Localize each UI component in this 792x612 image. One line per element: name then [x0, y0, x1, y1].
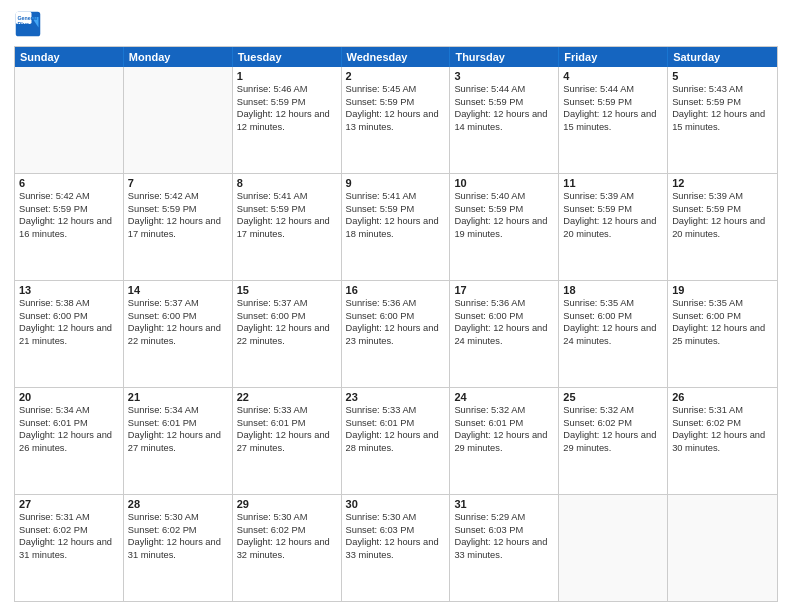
daylight-text: Daylight: 12 hours and 24 minutes. — [563, 322, 663, 347]
daylight-text: Daylight: 12 hours and 17 minutes. — [128, 215, 228, 240]
calendar-cell — [559, 495, 668, 601]
sunrise-text: Sunrise: 5:45 AM — [346, 83, 446, 96]
sunrise-text: Sunrise: 5:44 AM — [454, 83, 554, 96]
sunrise-text: Sunrise: 5:42 AM — [128, 190, 228, 203]
day-number: 20 — [19, 391, 119, 403]
sunrise-text: Sunrise: 5:34 AM — [19, 404, 119, 417]
day-number: 1 — [237, 70, 337, 82]
calendar-cell: 5Sunrise: 5:43 AMSunset: 5:59 PMDaylight… — [668, 67, 777, 173]
sunset-text: Sunset: 5:59 PM — [563, 96, 663, 109]
day-number: 15 — [237, 284, 337, 296]
calendar-cell: 7Sunrise: 5:42 AMSunset: 5:59 PMDaylight… — [124, 174, 233, 280]
sunset-text: Sunset: 6:03 PM — [346, 524, 446, 537]
daylight-text: Daylight: 12 hours and 20 minutes. — [672, 215, 773, 240]
sunset-text: Sunset: 6:01 PM — [346, 417, 446, 430]
sunset-text: Sunset: 5:59 PM — [563, 203, 663, 216]
sunrise-text: Sunrise: 5:29 AM — [454, 511, 554, 524]
sunrise-text: Sunrise: 5:33 AM — [346, 404, 446, 417]
sunrise-text: Sunrise: 5:32 AM — [563, 404, 663, 417]
daylight-text: Daylight: 12 hours and 22 minutes. — [128, 322, 228, 347]
svg-text:General: General — [18, 15, 38, 21]
sunset-text: Sunset: 6:00 PM — [563, 310, 663, 323]
svg-text:Blue: Blue — [18, 21, 29, 27]
day-number: 22 — [237, 391, 337, 403]
calendar-cell: 13Sunrise: 5:38 AMSunset: 6:00 PMDayligh… — [15, 281, 124, 387]
calendar-cell: 29Sunrise: 5:30 AMSunset: 6:02 PMDayligh… — [233, 495, 342, 601]
daylight-text: Daylight: 12 hours and 15 minutes. — [563, 108, 663, 133]
day-number: 5 — [672, 70, 773, 82]
weekday-header-friday: Friday — [559, 47, 668, 67]
sunrise-text: Sunrise: 5:34 AM — [128, 404, 228, 417]
day-number: 16 — [346, 284, 446, 296]
day-number: 29 — [237, 498, 337, 510]
calendar-cell: 28Sunrise: 5:30 AMSunset: 6:02 PMDayligh… — [124, 495, 233, 601]
calendar-cell: 24Sunrise: 5:32 AMSunset: 6:01 PMDayligh… — [450, 388, 559, 494]
calendar-cell: 25Sunrise: 5:32 AMSunset: 6:02 PMDayligh… — [559, 388, 668, 494]
calendar-cell: 12Sunrise: 5:39 AMSunset: 5:59 PMDayligh… — [668, 174, 777, 280]
sunrise-text: Sunrise: 5:36 AM — [346, 297, 446, 310]
day-number: 3 — [454, 70, 554, 82]
daylight-text: Daylight: 12 hours and 33 minutes. — [454, 536, 554, 561]
sunset-text: Sunset: 5:59 PM — [672, 203, 773, 216]
calendar-cell: 22Sunrise: 5:33 AMSunset: 6:01 PMDayligh… — [233, 388, 342, 494]
sunrise-text: Sunrise: 5:43 AM — [672, 83, 773, 96]
daylight-text: Daylight: 12 hours and 27 minutes. — [128, 429, 228, 454]
day-number: 25 — [563, 391, 663, 403]
calendar-cell: 31Sunrise: 5:29 AMSunset: 6:03 PMDayligh… — [450, 495, 559, 601]
sunrise-text: Sunrise: 5:31 AM — [672, 404, 773, 417]
calendar-cell: 15Sunrise: 5:37 AMSunset: 6:00 PMDayligh… — [233, 281, 342, 387]
calendar-cell: 8Sunrise: 5:41 AMSunset: 5:59 PMDaylight… — [233, 174, 342, 280]
sunset-text: Sunset: 6:03 PM — [454, 524, 554, 537]
calendar-cell: 30Sunrise: 5:30 AMSunset: 6:03 PMDayligh… — [342, 495, 451, 601]
calendar-cell: 16Sunrise: 5:36 AMSunset: 6:00 PMDayligh… — [342, 281, 451, 387]
daylight-text: Daylight: 12 hours and 19 minutes. — [454, 215, 554, 240]
day-number: 2 — [346, 70, 446, 82]
logo-icon: General Blue — [14, 10, 42, 38]
day-number: 17 — [454, 284, 554, 296]
calendar-cell: 19Sunrise: 5:35 AMSunset: 6:00 PMDayligh… — [668, 281, 777, 387]
sunrise-text: Sunrise: 5:33 AM — [237, 404, 337, 417]
calendar-cell: 6Sunrise: 5:42 AMSunset: 5:59 PMDaylight… — [15, 174, 124, 280]
sunset-text: Sunset: 6:02 PM — [672, 417, 773, 430]
daylight-text: Daylight: 12 hours and 29 minutes. — [563, 429, 663, 454]
day-number: 21 — [128, 391, 228, 403]
sunset-text: Sunset: 6:00 PM — [454, 310, 554, 323]
sunrise-text: Sunrise: 5:42 AM — [19, 190, 119, 203]
day-number: 9 — [346, 177, 446, 189]
weekday-header-tuesday: Tuesday — [233, 47, 342, 67]
sunset-text: Sunset: 6:01 PM — [237, 417, 337, 430]
calendar-body: 1Sunrise: 5:46 AMSunset: 5:59 PMDaylight… — [15, 67, 777, 601]
day-number: 30 — [346, 498, 446, 510]
calendar-week-5: 27Sunrise: 5:31 AMSunset: 6:02 PMDayligh… — [15, 495, 777, 601]
day-number: 27 — [19, 498, 119, 510]
calendar: SundayMondayTuesdayWednesdayThursdayFrid… — [14, 46, 778, 602]
sunrise-text: Sunrise: 5:32 AM — [454, 404, 554, 417]
calendar-header: SundayMondayTuesdayWednesdayThursdayFrid… — [15, 47, 777, 67]
daylight-text: Daylight: 12 hours and 16 minutes. — [19, 215, 119, 240]
daylight-text: Daylight: 12 hours and 25 minutes. — [672, 322, 773, 347]
day-number: 7 — [128, 177, 228, 189]
calendar-week-3: 13Sunrise: 5:38 AMSunset: 6:00 PMDayligh… — [15, 281, 777, 388]
sunrise-text: Sunrise: 5:35 AM — [672, 297, 773, 310]
day-number: 18 — [563, 284, 663, 296]
sunset-text: Sunset: 5:59 PM — [346, 203, 446, 216]
calendar-cell: 1Sunrise: 5:46 AMSunset: 5:59 PMDaylight… — [233, 67, 342, 173]
calendar-cell: 4Sunrise: 5:44 AMSunset: 5:59 PMDaylight… — [559, 67, 668, 173]
weekday-header-wednesday: Wednesday — [342, 47, 451, 67]
day-number: 8 — [237, 177, 337, 189]
daylight-text: Daylight: 12 hours and 20 minutes. — [563, 215, 663, 240]
calendar-cell: 23Sunrise: 5:33 AMSunset: 6:01 PMDayligh… — [342, 388, 451, 494]
weekday-header-thursday: Thursday — [450, 47, 559, 67]
calendar-cell: 17Sunrise: 5:36 AMSunset: 6:00 PMDayligh… — [450, 281, 559, 387]
day-number: 14 — [128, 284, 228, 296]
sunset-text: Sunset: 5:59 PM — [237, 96, 337, 109]
day-number: 26 — [672, 391, 773, 403]
calendar-week-4: 20Sunrise: 5:34 AMSunset: 6:01 PMDayligh… — [15, 388, 777, 495]
daylight-text: Daylight: 12 hours and 13 minutes. — [346, 108, 446, 133]
daylight-text: Daylight: 12 hours and 32 minutes. — [237, 536, 337, 561]
sunset-text: Sunset: 6:02 PM — [128, 524, 228, 537]
sunset-text: Sunset: 5:59 PM — [454, 203, 554, 216]
sunset-text: Sunset: 5:59 PM — [454, 96, 554, 109]
weekday-header-saturday: Saturday — [668, 47, 777, 67]
sunset-text: Sunset: 6:02 PM — [19, 524, 119, 537]
